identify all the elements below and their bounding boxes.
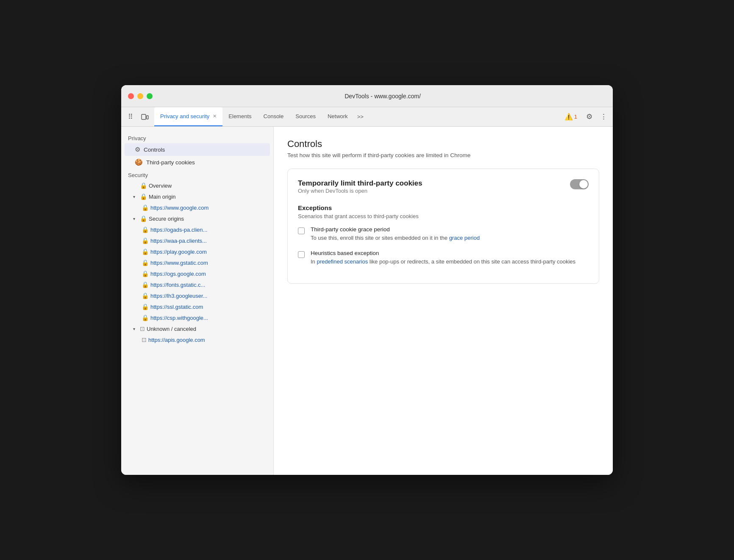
- card-title: Temporarily limit third-party cookies: [298, 179, 422, 188]
- sidebar-item-secure-origin-7[interactable]: 🔒 https://ssl.gstatic.com: [121, 301, 273, 312]
- tab-close-icon[interactable]: ✕: [213, 114, 217, 119]
- tabs: Privacy and security ✕ Elements Console …: [154, 107, 561, 126]
- secure-origin-7-url: https://ssl.gstatic.com: [150, 304, 203, 310]
- sidebar-item-secure-origin-1[interactable]: 🔒 https://waa-pa.clients...: [121, 235, 273, 246]
- more-tabs-button[interactable]: >>: [354, 107, 367, 126]
- sidebar-item-secure-origin-5[interactable]: 🔒 https://fonts.gstatic.c...: [121, 279, 273, 290]
- exceptions-title: Exceptions: [298, 204, 589, 211]
- secure-origin-3-url: https://www.gstatic.com: [150, 260, 208, 266]
- sidebar-item-secure-origins[interactable]: ▾ 🔒 Secure origins: [121, 213, 273, 224]
- sidebar-item-unknown-origin-0[interactable]: ⊡ https://apis.google.com: [121, 334, 273, 345]
- exception-grace-period: Third-party cookie grace period To use t…: [298, 226, 589, 242]
- secure-origin-5-lock-icon: 🔒: [142, 281, 149, 288]
- warning-count: 1: [574, 114, 577, 120]
- settings-button[interactable]: ⚙: [583, 111, 595, 123]
- minimize-button[interactable]: [137, 93, 143, 99]
- tab-bar-left: ⠿: [125, 107, 151, 126]
- secure-origin-5-url: https://fonts.gstatic.c...: [150, 282, 205, 288]
- exception-heuristics: Heuristics based exception In predefined…: [298, 250, 589, 266]
- secure-origin-1-lock-icon: 🔒: [142, 237, 149, 244]
- toggle-knob: [579, 180, 588, 189]
- third-party-cookies-label: Third-party cookies: [146, 159, 195, 166]
- controls-label: Controls: [144, 147, 165, 153]
- privacy-section-label: Privacy: [121, 132, 273, 143]
- sidebar-item-unknown[interactable]: ▾ ⊡ Unknown / canceled: [121, 323, 273, 334]
- title-bar: DevTools - www.google.com/: [121, 85, 613, 107]
- card-subtitle: Only when DevTools is open: [298, 188, 422, 194]
- secure-origin-2-lock-icon: 🔒: [142, 248, 149, 255]
- sidebar-item-main-origin[interactable]: ▾ 🔒 Main origin: [121, 191, 273, 202]
- sidebar-item-secure-origin-6[interactable]: 🔒 https://lh3.googleuser...: [121, 290, 273, 301]
- secure-origin-0-url: https://ogads-pa.clien...: [150, 227, 207, 233]
- sidebar-item-secure-origin-2[interactable]: 🔒 https://play.google.com: [121, 246, 273, 257]
- main-content: Privacy ⚙ Controls 🍪 Third-party cookies…: [121, 127, 613, 475]
- sidebar-item-secure-origin-3[interactable]: 🔒 https://www.gstatic.com: [121, 257, 273, 268]
- secure-origins-arrow: ▾: [133, 216, 138, 221]
- grace-period-checkbox[interactable]: [298, 227, 305, 234]
- svg-rect-1: [147, 116, 148, 119]
- heuristics-desc: In predefined scenarios like pop-ups or …: [311, 258, 589, 266]
- grace-period-content: Third-party cookie grace period To use t…: [311, 226, 589, 242]
- sidebar-item-third-party-cookies[interactable]: 🍪 Third-party cookies: [121, 156, 273, 169]
- unknown-origin-0-url: https://apis.google.com: [148, 337, 205, 343]
- window-title: DevTools - www.google.com/: [159, 93, 606, 100]
- limit-cookies-toggle[interactable]: [570, 179, 589, 189]
- tab-bar-right: ⚠️ 1 ⚙ ⋮: [561, 107, 609, 126]
- secure-origin-4-lock-icon: 🔒: [142, 270, 149, 277]
- sidebar-item-controls[interactable]: ⚙ Controls: [125, 143, 270, 156]
- heuristics-title: Heuristics based exception: [311, 250, 589, 256]
- heuristics-checkbox[interactable]: [298, 251, 305, 258]
- devtools-window: DevTools - www.google.com/ ⠿ Privacy and…: [121, 85, 613, 475]
- exceptions-desc: Scenarios that grant access to third-par…: [298, 213, 589, 219]
- controls-card: Temporarily limit third-party cookies On…: [287, 169, 599, 284]
- secure-origins-label: Secure origins: [149, 216, 184, 222]
- devtools-device-icon[interactable]: [139, 111, 151, 123]
- controls-gear-icon: ⚙: [135, 146, 140, 153]
- security-section-label: Security: [121, 169, 273, 180]
- card-title-group: Temporarily limit third-party cookies On…: [298, 179, 422, 202]
- sidebar: Privacy ⚙ Controls 🍪 Third-party cookies…: [121, 127, 274, 475]
- tab-sources[interactable]: Sources: [289, 107, 322, 126]
- tab-network[interactable]: Network: [322, 107, 354, 126]
- secure-origins-lock-icon: 🔒: [140, 215, 147, 222]
- secure-origin-7-lock-icon: 🔒: [142, 303, 149, 310]
- overview-lock-icon: 🔒: [140, 182, 147, 189]
- sidebar-item-main-origin-url[interactable]: 🔒 https://www.google.com: [121, 202, 273, 213]
- devtools-inspect-icon[interactable]: ⠿: [125, 111, 136, 123]
- secure-origin-6-lock-icon: 🔒: [142, 292, 149, 299]
- tab-elements[interactable]: Elements: [222, 107, 257, 126]
- sidebar-item-overview[interactable]: 🔒 Overview: [121, 180, 273, 191]
- grace-period-desc: To use this, enroll this site or sites e…: [311, 234, 589, 242]
- tab-bar: ⠿ Privacy and security ✕ Elements Consol…: [121, 107, 613, 127]
- secure-origin-6-url: https://lh3.googleuser...: [150, 293, 207, 299]
- panel-description: Test how this site will perform if third…: [287, 152, 599, 158]
- grace-period-link[interactable]: grace period: [449, 235, 480, 241]
- main-origin-url-lock-icon: 🔒: [142, 204, 149, 211]
- maximize-button[interactable]: [147, 93, 153, 99]
- sidebar-item-secure-origin-0[interactable]: 🔒 https://ogads-pa.clien...: [121, 224, 273, 235]
- grace-period-desc-prefix: To use this, enroll this site or sites e…: [311, 235, 449, 241]
- tab-privacy-security[interactable]: Privacy and security ✕: [154, 107, 222, 126]
- card-header: Temporarily limit third-party cookies On…: [298, 179, 589, 202]
- tab-console[interactable]: Console: [258, 107, 290, 126]
- secure-origin-3-lock-icon: 🔒: [142, 259, 149, 266]
- sidebar-item-secure-origin-4[interactable]: 🔒 https://ogs.google.com: [121, 268, 273, 279]
- close-button[interactable]: [128, 93, 134, 99]
- predefined-scenarios-link[interactable]: predefined scenarios: [317, 258, 368, 265]
- cookies-icon: 🍪: [135, 158, 143, 166]
- svg-rect-0: [142, 114, 146, 119]
- secure-origin-8-lock-icon: 🔒: [142, 314, 149, 321]
- warning-badge[interactable]: ⚠️ 1: [561, 111, 581, 122]
- tab-console-label: Console: [264, 113, 284, 119]
- tab-elements-label: Elements: [228, 113, 251, 119]
- main-origin-label: Main origin: [149, 194, 176, 200]
- warning-icon: ⚠️: [564, 113, 573, 121]
- more-options-button[interactable]: ⋮: [598, 111, 609, 123]
- tab-privacy-security-label: Privacy and security: [160, 113, 209, 119]
- secure-origin-4-url: https://ogs.google.com: [150, 271, 206, 277]
- secure-origin-0-lock-icon: 🔒: [142, 226, 149, 233]
- sidebar-item-secure-origin-8[interactable]: 🔒 https://csp.withgoogle...: [121, 312, 273, 323]
- main-origin-lock-icon: 🔒: [140, 193, 147, 200]
- grace-period-title: Third-party cookie grace period: [311, 226, 589, 233]
- unknown-origin-0-icon: ⊡: [142, 336, 147, 343]
